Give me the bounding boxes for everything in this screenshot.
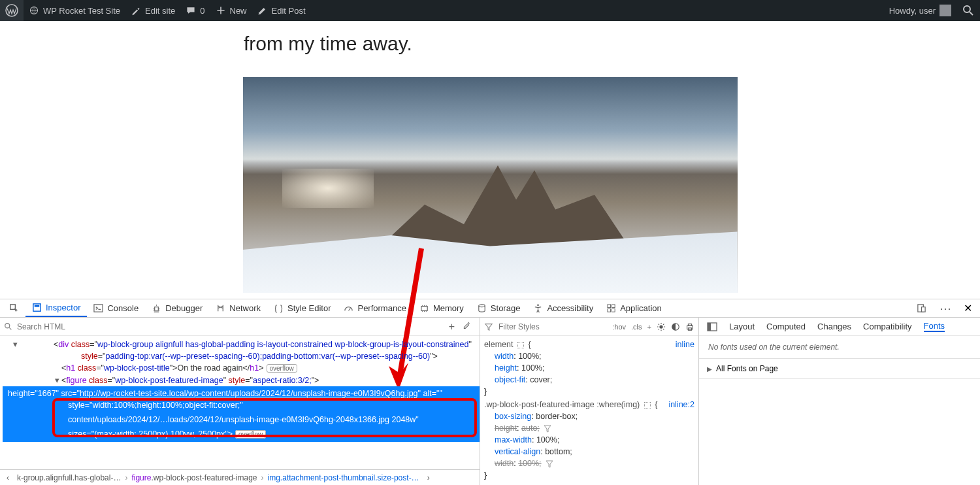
svg-point-2 [964, 6, 970, 12]
html-pane: + ▾<div class="wp-block-group alignfull … [0, 318, 480, 485]
memory-icon [419, 303, 429, 313]
plus-icon [216, 5, 226, 16]
light-mode-icon[interactable] [657, 322, 666, 331]
styles-rules[interactable]: element {inline width: 100%; height: 100… [480, 336, 698, 485]
tab-application[interactable]: Application [600, 299, 668, 317]
wp-logo[interactable] [0, 0, 24, 21]
devtools: Inspector Console Debugger Network Style… [0, 299, 980, 485]
tab-storage[interactable]: Storage [470, 299, 527, 317]
style-icon [274, 303, 284, 313]
filter-styles-input[interactable] [498, 322, 607, 331]
side-tab-layout[interactable]: Layout [729, 322, 755, 331]
print-mode-icon[interactable] [685, 322, 694, 331]
side-pane: Layout Computed Changes Compatibility Fo… [699, 318, 980, 485]
filter-icon [484, 322, 493, 331]
sidebar-toggle-icon[interactable] [707, 322, 717, 332]
search-icon [962, 4, 975, 17]
responsive-mode-button[interactable] [910, 299, 933, 317]
search-icon [4, 322, 13, 331]
tab-style-editor[interactable]: Style Editor [267, 299, 337, 317]
svg-point-9 [537, 304, 539, 306]
a11y-icon [533, 303, 543, 313]
network-icon [216, 303, 225, 313]
new[interactable]: New [210, 0, 252, 21]
hov-button[interactable]: :hov [612, 323, 626, 331]
svg-rect-11 [612, 305, 615, 308]
storage-icon [477, 303, 487, 313]
svg-rect-12 [608, 309, 611, 312]
svg-point-17 [659, 325, 662, 328]
side-tab-computed[interactable]: Computed [766, 322, 806, 331]
tab-console[interactable]: Console [87, 299, 145, 317]
svg-rect-23 [708, 323, 711, 331]
debugger-icon [152, 303, 161, 313]
svg-point-16 [5, 323, 10, 327]
featured-image[interactable] [243, 77, 738, 293]
breadcrumb-seg-3[interactable]: img.attachment-post-thumbnail.size-post-… [264, 473, 423, 482]
svg-rect-4 [33, 304, 41, 311]
site-title: WP Rocket Test Site [43, 6, 120, 16]
perf-icon [344, 303, 353, 313]
tab-inspector[interactable]: Inspector [25, 299, 87, 317]
html-search-bar: + [0, 318, 480, 336]
fonts-empty-msg: No fonts used on the current element. [699, 336, 980, 359]
howdy-user[interactable]: Howdy, user [884, 0, 956, 21]
new-node-button[interactable]: + [449, 321, 455, 333]
console-icon [93, 303, 103, 313]
breadcrumb: ‹ k-group.alignfull.has-global-… › figur… [0, 469, 480, 485]
comments[interactable]: 0 [180, 0, 210, 21]
svg-rect-7 [421, 307, 427, 311]
post-text-line: from my time away. [244, 33, 412, 55]
edit-site[interactable]: Edit site [125, 0, 180, 21]
search-button[interactable] [956, 0, 980, 21]
brush-icon [131, 5, 141, 16]
cls-button[interactable]: .cls [631, 323, 642, 331]
svg-point-8 [479, 305, 485, 307]
svg-rect-13 [612, 309, 615, 312]
edit-post[interactable]: Edit Post [252, 0, 311, 21]
svg-rect-5 [35, 305, 40, 307]
pencil-icon [257, 5, 268, 16]
breadcrumb-next[interactable]: › [423, 473, 434, 482]
all-fonts-row[interactable]: ▶All Fonts on Page [699, 359, 980, 379]
site-name[interactable]: WP Rocket Test Site [24, 0, 125, 21]
inspector-icon [32, 303, 42, 312]
breadcrumb-seg-1[interactable]: k-group.alignfull.has-global-… [13, 473, 125, 482]
devtools-close-button[interactable]: ✕ [958, 302, 977, 314]
eyedropper-icon[interactable] [461, 321, 470, 330]
home-icon [29, 5, 39, 16]
svg-rect-15 [922, 307, 926, 312]
breadcrumb-seg-2[interactable]: figure.wp-block-post-featured-image [127, 473, 261, 482]
breadcrumb-prev[interactable]: ‹ [3, 473, 13, 482]
tab-accessibility[interactable]: Accessibility [527, 299, 600, 317]
avatar [939, 5, 951, 16]
html-search-input[interactable] [17, 322, 148, 331]
styles-plus-button[interactable]: + [647, 323, 651, 331]
side-tab-compat[interactable]: Compatibility [863, 322, 911, 331]
inspect-node-button[interactable] [3, 299, 25, 317]
side-tab-fonts[interactable]: Fonts [924, 321, 945, 332]
devtools-tabs: Inspector Console Debugger Network Style… [0, 299, 980, 318]
svg-rect-10 [608, 305, 611, 308]
wp-admin-bar: WP Rocket Test Site Edit site 0 New Edit… [0, 0, 980, 21]
selected-dom-node[interactable]: height="1667" src="http://wp-rocket-test… [3, 386, 480, 412]
tab-debugger[interactable]: Debugger [145, 299, 209, 317]
side-tab-changes[interactable]: Changes [817, 322, 851, 331]
comment-icon [186, 5, 196, 16]
tab-network[interactable]: Network [209, 299, 267, 317]
devtools-menu-button[interactable]: ⋯ [933, 299, 958, 317]
app-icon [606, 303, 616, 313]
tab-performance[interactable]: Performance [337, 299, 412, 317]
page-content: from my time away. [0, 21, 980, 299]
tab-memory[interactable]: Memory [413, 299, 470, 317]
svg-rect-20 [688, 324, 691, 326]
dark-mode-icon[interactable] [671, 322, 680, 331]
dom-tree[interactable]: ▾<div class="wp-block-group alignfull ha… [0, 336, 480, 469]
styles-pane: :hov .cls + element {inline width: 100%;… [480, 318, 699, 485]
